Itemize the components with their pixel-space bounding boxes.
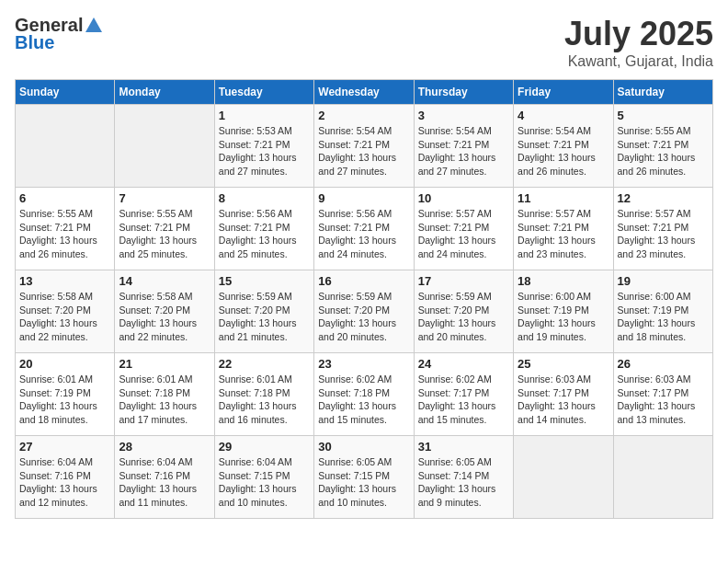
day-number: 6 [19, 191, 110, 205]
calendar-cell: 22Sunrise: 6:01 AM Sunset: 7:18 PM Dayli… [214, 353, 313, 436]
day-info: Sunrise: 5:55 AM Sunset: 7:21 PM Dayligh… [618, 124, 709, 178]
svg-marker-0 [85, 17, 102, 32]
day-number: 7 [119, 191, 210, 205]
calendar-cell: 3Sunrise: 5:54 AM Sunset: 7:21 PM Daylig… [414, 105, 513, 188]
day-info: Sunrise: 6:01 AM Sunset: 7:19 PM Dayligh… [19, 373, 110, 427]
calendar-cell: 1Sunrise: 5:53 AM Sunset: 7:21 PM Daylig… [214, 105, 313, 188]
day-number: 19 [618, 274, 709, 288]
day-number: 11 [518, 191, 609, 205]
calendar-cell: 25Sunrise: 6:03 AM Sunset: 7:17 PM Dayli… [514, 353, 613, 436]
calendar-cell: 29Sunrise: 6:04 AM Sunset: 7:15 PM Dayli… [214, 436, 313, 519]
calendar-cell [16, 105, 115, 188]
weekday-header: Sunday [16, 80, 115, 105]
day-info: Sunrise: 6:02 AM Sunset: 7:17 PM Dayligh… [418, 373, 509, 427]
day-info: Sunrise: 6:00 AM Sunset: 7:19 PM Dayligh… [518, 290, 609, 344]
day-number: 28 [119, 440, 210, 454]
day-number: 8 [219, 191, 310, 205]
calendar-cell: 30Sunrise: 6:05 AM Sunset: 7:15 PM Dayli… [314, 436, 414, 519]
calendar-week-row: 13Sunrise: 5:58 AM Sunset: 7:20 PM Dayli… [16, 270, 713, 353]
day-number: 18 [518, 274, 609, 288]
day-info: Sunrise: 5:58 AM Sunset: 7:20 PM Dayligh… [19, 290, 110, 344]
day-number: 17 [418, 274, 509, 288]
day-info: Sunrise: 5:54 AM Sunset: 7:21 PM Dayligh… [318, 124, 409, 178]
day-number: 25 [518, 357, 609, 371]
day-number: 5 [618, 109, 709, 122]
day-info: Sunrise: 5:54 AM Sunset: 7:21 PM Dayligh… [518, 124, 609, 178]
calendar-week-row: 20Sunrise: 6:01 AM Sunset: 7:19 PM Dayli… [16, 353, 713, 436]
day-info: Sunrise: 5:57 AM Sunset: 7:21 PM Dayligh… [518, 207, 609, 261]
day-info: Sunrise: 5:54 AM Sunset: 7:21 PM Dayligh… [418, 124, 509, 178]
day-info: Sunrise: 6:05 AM Sunset: 7:14 PM Dayligh… [418, 455, 509, 510]
day-info: Sunrise: 6:02 AM Sunset: 7:18 PM Dayligh… [318, 373, 409, 427]
calendar-cell: 5Sunrise: 5:55 AM Sunset: 7:21 PM Daylig… [613, 105, 712, 188]
calendar-cell: 6Sunrise: 5:55 AM Sunset: 7:21 PM Daylig… [16, 188, 115, 270]
day-info: Sunrise: 5:58 AM Sunset: 7:20 PM Dayligh… [119, 290, 210, 344]
day-info: Sunrise: 5:57 AM Sunset: 7:21 PM Dayligh… [618, 207, 709, 261]
day-info: Sunrise: 5:56 AM Sunset: 7:21 PM Dayligh… [318, 207, 409, 261]
logo-icon [84, 16, 104, 36]
calendar-cell: 9Sunrise: 5:56 AM Sunset: 7:21 PM Daylig… [314, 188, 414, 270]
day-number: 31 [418, 440, 509, 454]
calendar-cell: 19Sunrise: 6:00 AM Sunset: 7:19 PM Dayli… [613, 270, 712, 353]
day-number: 4 [518, 109, 609, 122]
calendar-cell: 23Sunrise: 6:02 AM Sunset: 7:18 PM Dayli… [314, 353, 414, 436]
day-info: Sunrise: 6:01 AM Sunset: 7:18 PM Dayligh… [219, 373, 310, 427]
calendar-week-row: 27Sunrise: 6:04 AM Sunset: 7:16 PM Dayli… [16, 436, 713, 519]
calendar-cell: 7Sunrise: 5:55 AM Sunset: 7:21 PM Daylig… [115, 188, 214, 270]
calendar-cell: 11Sunrise: 5:57 AM Sunset: 7:21 PM Dayli… [514, 188, 613, 270]
calendar-cell: 20Sunrise: 6:01 AM Sunset: 7:19 PM Dayli… [16, 353, 115, 436]
weekday-header-row: SundayMondayTuesdayWednesdayThursdayFrid… [16, 80, 713, 105]
day-number: 10 [418, 191, 509, 205]
day-number: 13 [19, 274, 110, 288]
day-number: 3 [418, 109, 509, 122]
calendar-cell: 18Sunrise: 6:00 AM Sunset: 7:19 PM Dayli… [514, 270, 613, 353]
calendar-cell: 26Sunrise: 6:03 AM Sunset: 7:17 PM Dayli… [613, 353, 712, 436]
day-info: Sunrise: 6:03 AM Sunset: 7:17 PM Dayligh… [518, 373, 609, 427]
day-number: 27 [19, 440, 110, 454]
day-info: Sunrise: 6:04 AM Sunset: 7:16 PM Dayligh… [19, 455, 110, 510]
day-info: Sunrise: 5:57 AM Sunset: 7:21 PM Dayligh… [418, 207, 509, 261]
calendar-cell: 17Sunrise: 5:59 AM Sunset: 7:20 PM Dayli… [414, 270, 513, 353]
page-title: July 2025 [564, 15, 713, 53]
weekday-header: Tuesday [214, 80, 313, 105]
calendar-cell: 8Sunrise: 5:56 AM Sunset: 7:21 PM Daylig… [214, 188, 313, 270]
day-info: Sunrise: 5:53 AM Sunset: 7:21 PM Dayligh… [219, 124, 310, 178]
calendar-week-row: 6Sunrise: 5:55 AM Sunset: 7:21 PM Daylig… [16, 188, 713, 270]
day-number: 24 [418, 357, 509, 371]
calendar-cell: 28Sunrise: 6:04 AM Sunset: 7:16 PM Dayli… [115, 436, 214, 519]
calendar-cell: 2Sunrise: 5:54 AM Sunset: 7:21 PM Daylig… [314, 105, 414, 188]
day-number: 22 [219, 357, 310, 371]
day-info: Sunrise: 5:55 AM Sunset: 7:21 PM Dayligh… [119, 207, 210, 261]
title-block: July 2025 Kawant, Gujarat, India [564, 15, 713, 70]
calendar-cell: 31Sunrise: 6:05 AM Sunset: 7:14 PM Dayli… [414, 436, 513, 519]
day-info: Sunrise: 5:55 AM Sunset: 7:21 PM Dayligh… [19, 207, 110, 261]
day-info: Sunrise: 6:05 AM Sunset: 7:15 PM Dayligh… [318, 455, 409, 510]
day-info: Sunrise: 6:04 AM Sunset: 7:15 PM Dayligh… [219, 455, 310, 510]
day-number: 30 [318, 440, 409, 454]
calendar-cell [514, 436, 613, 519]
day-info: Sunrise: 5:59 AM Sunset: 7:20 PM Dayligh… [418, 290, 509, 344]
day-number: 29 [219, 440, 310, 454]
page-subtitle: Kawant, Gujarat, India [564, 53, 713, 70]
day-number: 9 [318, 191, 409, 205]
calendar-cell [613, 436, 712, 519]
calendar-table: SundayMondayTuesdayWednesdayThursdayFrid… [15, 79, 713, 519]
calendar-cell: 14Sunrise: 5:58 AM Sunset: 7:20 PM Dayli… [115, 270, 214, 353]
weekday-header: Monday [115, 80, 214, 105]
calendar-week-row: 1Sunrise: 5:53 AM Sunset: 7:21 PM Daylig… [16, 105, 713, 188]
calendar-cell: 13Sunrise: 5:58 AM Sunset: 7:20 PM Dayli… [16, 270, 115, 353]
calendar-cell: 4Sunrise: 5:54 AM Sunset: 7:21 PM Daylig… [514, 105, 613, 188]
weekday-header: Saturday [613, 80, 712, 105]
day-info: Sunrise: 6:03 AM Sunset: 7:17 PM Dayligh… [618, 373, 709, 427]
day-number: 23 [318, 357, 409, 371]
day-info: Sunrise: 6:00 AM Sunset: 7:19 PM Dayligh… [618, 290, 709, 344]
calendar-cell [115, 105, 214, 188]
calendar-cell: 24Sunrise: 6:02 AM Sunset: 7:17 PM Dayli… [414, 353, 513, 436]
calendar-cell: 21Sunrise: 6:01 AM Sunset: 7:18 PM Dayli… [115, 353, 214, 436]
weekday-header: Friday [514, 80, 613, 105]
calendar-cell: 12Sunrise: 5:57 AM Sunset: 7:21 PM Dayli… [613, 188, 712, 270]
day-info: Sunrise: 6:04 AM Sunset: 7:16 PM Dayligh… [119, 455, 210, 510]
weekday-header: Wednesday [314, 80, 414, 105]
calendar-cell: 16Sunrise: 5:59 AM Sunset: 7:20 PM Dayli… [314, 270, 414, 353]
calendar-cell: 15Sunrise: 5:59 AM Sunset: 7:20 PM Dayli… [214, 270, 313, 353]
